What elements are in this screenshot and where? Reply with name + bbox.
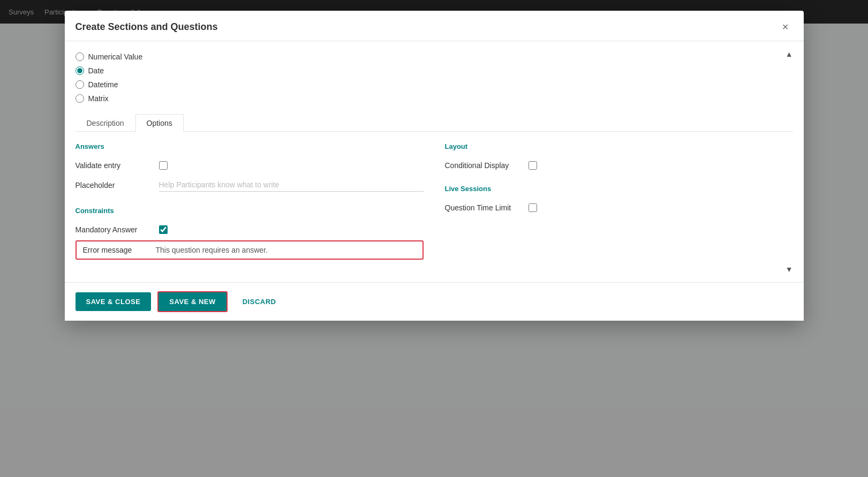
- modal-title: Create Sections and Questions: [76, 21, 218, 33]
- radio-datetime[interactable]: [76, 80, 84, 89]
- conditional-display-checkbox[interactable]: [529, 161, 537, 170]
- scroll-down-icon[interactable]: ▼: [786, 265, 793, 274]
- discard-button[interactable]: DISCARD: [234, 292, 285, 311]
- radio-numerical-label: Numerical Value: [88, 52, 143, 61]
- tab-description[interactable]: Description: [76, 114, 135, 132]
- validate-entry-checkbox[interactable]: [159, 161, 168, 170]
- radio-matrix-label: Matrix: [88, 94, 109, 103]
- mandatory-answer-row: Mandatory Answer: [76, 221, 424, 238]
- validate-entry-label: Validate entry: [76, 161, 150, 170]
- radio-datetime-label: Datetime: [88, 80, 118, 89]
- question-time-limit-row: Question Time Limit: [445, 199, 793, 216]
- placeholder-label: Placeholder: [76, 181, 150, 190]
- constraints-section: Constraints Mandatory Answer Error messa…: [76, 207, 424, 260]
- right-column: Layout Conditional Display Live Sessions…: [445, 142, 793, 260]
- conditional-display-row: Conditional Display: [445, 157, 793, 174]
- constraints-heading: Constraints: [76, 207, 424, 215]
- conditional-display-label: Conditional Display: [445, 161, 520, 170]
- radio-option-matrix: Matrix: [76, 92, 793, 105]
- tab-options[interactable]: Options: [135, 114, 184, 132]
- radio-date-label: Date: [88, 66, 104, 75]
- modal-footer: SAVE & CLOSE SAVE & NEW DISCARD: [65, 282, 804, 321]
- live-sessions-heading: Live Sessions: [445, 185, 793, 193]
- modal-dialog: Create Sections and Questions × Numerica…: [65, 11, 804, 321]
- answers-section: Answers Validate entry Placeholder: [76, 142, 424, 196]
- live-sessions-section: Live Sessions Question Time Limit: [445, 185, 793, 216]
- radio-option-numerical: Numerical Value: [76, 50, 793, 64]
- radio-numerical[interactable]: [76, 52, 84, 61]
- placeholder-input[interactable]: [159, 178, 424, 192]
- error-message-row: Error message This question requires an …: [76, 240, 424, 260]
- error-message-value: This question requires an answer.: [156, 246, 268, 254]
- placeholder-row: Placeholder: [76, 174, 424, 196]
- options-tab-content: Answers Validate entry Placeholder Const…: [76, 142, 793, 260]
- question-time-limit-checkbox[interactable]: [529, 203, 537, 212]
- validate-entry-row: Validate entry: [76, 157, 424, 174]
- error-message-label: Error message: [83, 246, 147, 254]
- question-time-limit-label: Question Time Limit: [445, 203, 520, 212]
- radio-option-datetime: Datetime: [76, 78, 793, 92]
- radio-date[interactable]: [76, 66, 84, 75]
- modal-close-button[interactable]: ×: [778, 19, 793, 34]
- tab-bar: Description Options: [76, 114, 793, 132]
- mandatory-answer-label: Mandatory Answer: [76, 225, 150, 234]
- mandatory-answer-checkbox[interactable]: [159, 225, 168, 234]
- layout-heading: Layout: [445, 142, 793, 150]
- modal-overlay: Create Sections and Questions × Numerica…: [0, 0, 868, 477]
- scroll-up-icon[interactable]: ▲: [786, 50, 793, 58]
- question-type-radio-group: Numerical Value Date Datetime Matrix ▲: [76, 50, 793, 105]
- radio-matrix[interactable]: [76, 94, 84, 103]
- save-new-button[interactable]: SAVE & NEW: [157, 291, 227, 312]
- modal-body: Numerical Value Date Datetime Matrix ▲: [65, 41, 804, 282]
- radio-option-date: Date: [76, 64, 793, 78]
- modal-header: Create Sections and Questions ×: [65, 11, 804, 41]
- answers-heading: Answers: [76, 142, 424, 150]
- left-column: Answers Validate entry Placeholder Const…: [76, 142, 424, 260]
- save-close-button[interactable]: SAVE & CLOSE: [76, 292, 152, 311]
- layout-section: Layout Conditional Display: [445, 142, 793, 174]
